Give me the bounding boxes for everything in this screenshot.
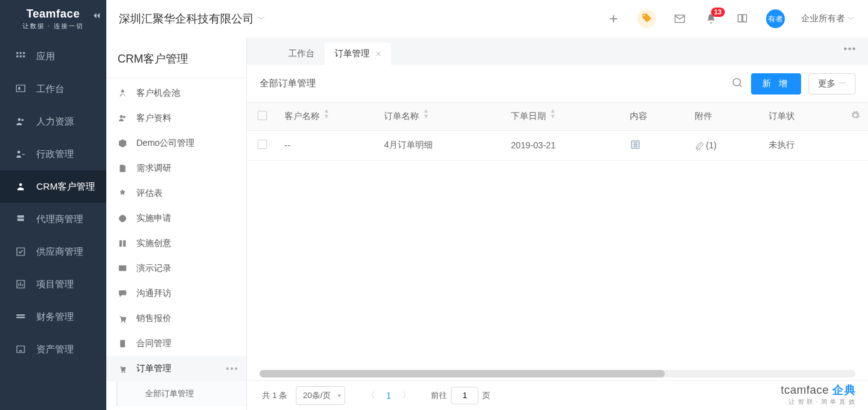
nav-admin[interactable]: 行政管理 (0, 138, 106, 170)
subnav-demo-company[interactable]: Demo公司管理 (106, 131, 246, 156)
horizontal-scrollbar[interactable] (260, 370, 855, 377)
row-checkbox[interactable] (258, 140, 267, 149)
tag-icon[interactable] (637, 9, 656, 28)
company-selector[interactable]: 深圳汇聚华企科技有限公司 ﹀ (119, 11, 265, 26)
mail-icon[interactable] (672, 11, 687, 26)
notification-badge: 13 (711, 8, 725, 17)
brand-name: Teamface (23, 8, 84, 21)
subnav-requirements[interactable]: 需求调研 (106, 156, 246, 181)
tabs-row: 工作台 订单管理× ••• (247, 38, 868, 65)
cell-attachment[interactable]: (1) (687, 130, 761, 160)
add-icon[interactable] (606, 11, 621, 26)
total-text: 共 1 条 (262, 390, 287, 401)
col-attachment[interactable]: 附件 (687, 103, 761, 130)
tab-workbench[interactable]: 工作台 (278, 43, 325, 65)
svg-point-1 (21, 119, 24, 121)
collapse-sidebar-icon[interactable] (91, 10, 103, 24)
cell-status: 未执行 (761, 130, 843, 160)
chevron-down-icon: ﹀ (258, 14, 265, 24)
jump-suffix: 页 (482, 390, 490, 401)
svg-point-12 (124, 372, 126, 373)
owner-role-dropdown[interactable]: 企业所有者 ﹀ (801, 13, 854, 24)
cell-order: 4月订单明细 (376, 130, 503, 160)
subnav-customer-info[interactable]: 客户资料 (106, 106, 246, 131)
svg-point-2 (18, 151, 21, 154)
subnav-quote[interactable]: 销售报价 (106, 306, 246, 331)
svg-point-4 (121, 90, 124, 93)
subnav-order[interactable]: 订单管理••• (106, 356, 246, 381)
page-number[interactable]: 1 (386, 391, 391, 401)
subnav-order-all[interactable]: 全部订单管理 (116, 381, 246, 406)
pagination: 共 1 条 20条/页▾ 〈 1 〉 前往 页 (247, 380, 868, 410)
nav-apps[interactable]: 应用 (0, 40, 106, 73)
page-title: 全部订单管理 (260, 78, 316, 90)
more-icon[interactable]: ••• (226, 364, 239, 374)
svg-point-9 (121, 322, 123, 323)
col-content[interactable]: 内容 (622, 103, 687, 130)
nav-workbench[interactable]: 工作台 (0, 73, 106, 105)
nav-asset[interactable]: 资产管理 (0, 333, 106, 366)
book-icon[interactable] (735, 11, 750, 26)
sub-sidebar-title: CRM客户管理 (106, 38, 246, 78)
nav-hr[interactable]: 人力资源 (0, 105, 106, 138)
cell-customer: -- (277, 130, 376, 160)
col-status[interactable]: 订单状 (761, 103, 843, 130)
chevron-down-icon: ▾ (338, 392, 341, 399)
column-settings-icon[interactable] (843, 103, 868, 130)
brand-tagline: 让数据 · 连接一切 (23, 22, 84, 31)
nav-agent[interactable]: 代理商管理 (0, 203, 106, 235)
svg-point-0 (18, 118, 21, 121)
cell-content[interactable] (622, 130, 687, 160)
footer-brand: tcamface 企典 让 智 联 · 简 单 直 效 (780, 382, 855, 406)
tab-order[interactable]: 订单管理× (325, 43, 391, 65)
brand-block: Teamface 让数据 · 连接一切 (0, 0, 106, 38)
subnav-contract[interactable]: 合同管理 (106, 331, 246, 356)
search-icon[interactable] (731, 76, 744, 91)
jump-prefix: 前往 (431, 390, 447, 401)
svg-point-13 (733, 78, 740, 86)
subnav-customer-pool[interactable]: 客户机会池 (106, 81, 246, 106)
nav-supplier[interactable]: 供应商管理 (0, 235, 106, 268)
svg-point-6 (123, 116, 125, 118)
tabs-more-icon[interactable]: ••• (844, 44, 857, 54)
col-order[interactable]: 订单名称▲▼ (376, 103, 503, 130)
avatar[interactable]: 有者 (766, 9, 785, 28)
svg-point-5 (120, 115, 123, 118)
page-size-select[interactable]: 20条/页▾ (296, 386, 345, 405)
company-name-text: 深圳汇聚华企科技有限公司 (119, 11, 254, 26)
sub-sidebar: CRM客户管理 客户机会池 客户资料 Demo公司管理 需求调研 评估表 实施申… (106, 38, 247, 410)
select-all-checkbox[interactable] (258, 111, 267, 120)
col-customer[interactable]: 客户名称▲▼ (277, 103, 376, 130)
add-button[interactable]: 新 增 (751, 73, 801, 95)
svg-point-11 (122, 372, 123, 373)
order-table: 客户名称▲▼ 订单名称▲▼ 下单日期▲▼ 内容 附件 订单状 -- 4月订单明细… (247, 103, 868, 161)
nav-finance[interactable]: 财务管理 (0, 300, 106, 333)
nav-project[interactable]: 项目管理 (0, 268, 106, 300)
nav-crm[interactable]: CRM客户管理 (0, 170, 106, 203)
more-button[interactable]: 更多﹀ (809, 73, 855, 95)
table-row[interactable]: -- 4月订单明细 2019-03-21 (1) 未执行 (247, 130, 868, 160)
chevron-down-icon: ﹀ (839, 79, 846, 88)
col-date[interactable]: 下单日期▲▼ (503, 103, 622, 130)
page-next[interactable]: 〉 (402, 390, 411, 401)
subnav-evaluation[interactable]: 评估表 (106, 181, 246, 206)
close-icon[interactable]: × (376, 49, 381, 59)
cell-date: 2019-03-21 (503, 130, 622, 160)
chevron-down-icon: ﹀ (847, 14, 854, 24)
subnav-visit[interactable]: 沟通拜访 (106, 281, 246, 306)
subnav-implement-idea[interactable]: 实施创意 (106, 231, 246, 256)
left-nav: 应用 工作台 人力资源 行政管理 CRM客户管理 代理商管理 供应商管理 项目管… (0, 38, 106, 410)
svg-point-3 (19, 183, 23, 187)
svg-point-10 (124, 322, 126, 323)
jump-input[interactable] (451, 387, 478, 404)
subnav-implement-apply[interactable]: 实施申请 (106, 206, 246, 231)
subnav-demo-record[interactable]: 演示记录 (106, 256, 246, 281)
bell-icon[interactable]: 13 (704, 11, 719, 26)
page-prev[interactable]: 〈 (366, 390, 375, 401)
